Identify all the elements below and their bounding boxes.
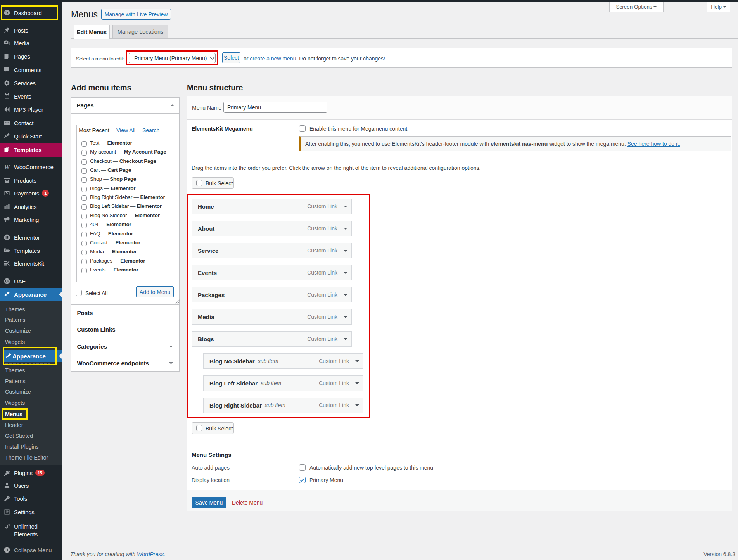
svg-text:W: W (4, 163, 11, 171)
